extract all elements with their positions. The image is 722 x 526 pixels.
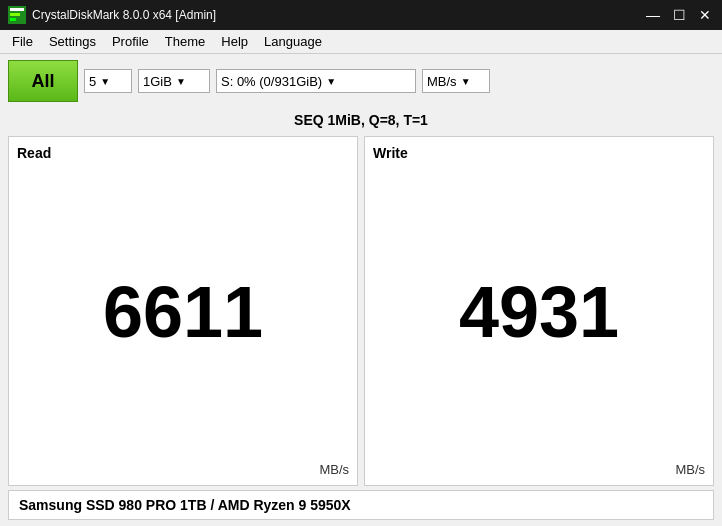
unit-dropdown[interactable]: MB/s ▼ bbox=[422, 69, 490, 93]
menu-settings[interactable]: Settings bbox=[41, 32, 104, 51]
write-label: Write bbox=[373, 145, 705, 161]
drive-dropdown-arrow: ▼ bbox=[326, 76, 336, 87]
read-value: 6611 bbox=[17, 161, 349, 462]
drive-dropdown[interactable]: S: 0% (0/931GiB) ▼ bbox=[216, 69, 416, 93]
count-dropdown[interactable]: 5 ▼ bbox=[84, 69, 132, 93]
title-bar-controls: — ☐ ✕ bbox=[644, 8, 714, 22]
content-area: Read 6611 MB/s Write 4931 MB/s bbox=[0, 132, 722, 490]
toolbar: All 5 ▼ 1GiB ▼ S: 0% (0/931GiB) ▼ MB/s ▼ bbox=[0, 54, 722, 108]
read-box: Read 6611 MB/s bbox=[8, 136, 358, 486]
menu-bar: File Settings Profile Theme Help Languag… bbox=[0, 30, 722, 54]
size-dropdown-arrow: ▼ bbox=[176, 76, 186, 87]
size-dropdown[interactable]: 1GiB ▼ bbox=[138, 69, 210, 93]
read-label: Read bbox=[17, 145, 349, 161]
write-box: Write 4931 MB/s bbox=[364, 136, 714, 486]
write-unit: MB/s bbox=[373, 462, 705, 477]
minimize-button[interactable]: — bbox=[644, 8, 662, 22]
menu-file[interactable]: File bbox=[4, 32, 41, 51]
all-button[interactable]: All bbox=[8, 60, 78, 102]
svg-rect-1 bbox=[10, 8, 24, 11]
count-dropdown-arrow: ▼ bbox=[100, 76, 110, 87]
unit-dropdown-arrow: ▼ bbox=[461, 76, 471, 87]
write-value: 4931 bbox=[373, 161, 705, 462]
app-window: CrystalDiskMark 8.0.0 x64 [Admin] — ☐ ✕ … bbox=[0, 0, 722, 526]
title-bar: CrystalDiskMark 8.0.0 x64 [Admin] — ☐ ✕ bbox=[0, 0, 722, 30]
menu-help[interactable]: Help bbox=[213, 32, 256, 51]
menu-theme[interactable]: Theme bbox=[157, 32, 213, 51]
menu-profile[interactable]: Profile bbox=[104, 32, 157, 51]
title-bar-text: CrystalDiskMark 8.0.0 x64 [Admin] bbox=[32, 8, 644, 22]
svg-rect-3 bbox=[10, 18, 16, 21]
app-icon bbox=[8, 6, 26, 24]
svg-rect-2 bbox=[10, 13, 20, 16]
status-bar: Samsung SSD 980 PRO 1TB / AMD Ryzen 9 59… bbox=[8, 490, 714, 520]
seq-label: SEQ 1MiB, Q=8, T=1 bbox=[0, 108, 722, 132]
read-unit: MB/s bbox=[17, 462, 349, 477]
menu-language[interactable]: Language bbox=[256, 32, 330, 51]
maximize-button[interactable]: ☐ bbox=[670, 8, 688, 22]
close-button[interactable]: ✕ bbox=[696, 8, 714, 22]
